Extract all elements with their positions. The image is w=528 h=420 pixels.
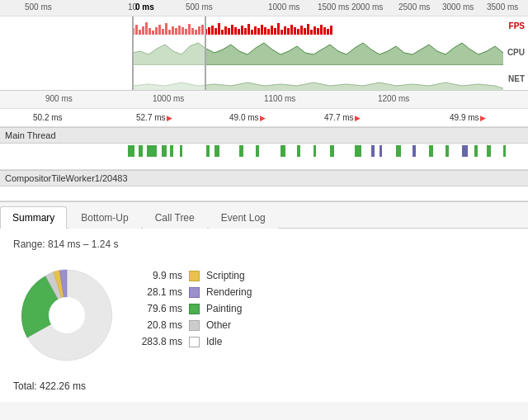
scripting-name: Scripting	[206, 270, 245, 281]
timing-marker-2: 49.0 ms ▶	[229, 113, 266, 122]
bottom-panel: Summary Bottom-Up Call Tree Event Log Ra…	[0, 201, 528, 402]
legend-row-rendering: 28.1 ms Rendering	[137, 286, 515, 298]
scripting-value: 9.9 ms	[137, 270, 182, 281]
track-bar	[162, 145, 167, 157]
legend-row-scripting: 9.9 ms Scripting	[137, 270, 515, 281]
timing-arrow-1: ▶	[167, 114, 172, 122]
track-bar	[474, 145, 478, 157]
track-bar	[297, 145, 300, 157]
timing-arrow-2: ▶	[260, 114, 266, 122]
idle-name: Idle	[206, 336, 222, 347]
painting-swatch	[189, 304, 200, 314]
painting-name: Painting	[206, 303, 242, 314]
track-bar	[180, 145, 182, 157]
track-bar	[330, 145, 334, 157]
timing-marker-0: 50.2 ms	[33, 113, 63, 122]
compositor-track	[0, 186, 528, 201]
track-bar	[314, 145, 316, 157]
track-bar	[487, 145, 491, 157]
fps-cpu-area: FPS CPU NET	[0, 17, 528, 91]
track-bar	[147, 145, 157, 157]
other-name: Other	[206, 319, 231, 331]
ruler-label-7: 2500 ms	[398, 2, 430, 12]
idle-swatch	[189, 337, 200, 347]
rendering-value: 28.1 ms	[137, 286, 182, 298]
track-bar	[355, 145, 361, 157]
track-bar	[256, 145, 259, 157]
timing-arrow-3: ▶	[355, 114, 361, 122]
legend-row-painting: 79.6 ms Painting	[137, 303, 515, 314]
summary-content: Range: 814 ms – 1.24 s	[0, 229, 528, 402]
main-thread-section: Main Thread	[0, 127, 528, 170]
rendering-name: Rendering	[206, 286, 252, 298]
compositor-section: CompositorTileWorker1/20483	[0, 170, 528, 201]
tab-call-tree[interactable]: Call Tree	[143, 206, 207, 229]
ruler-label-0: 500 ms	[25, 2, 52, 12]
range-label: Range: 814 ms – 1.24 s	[13, 238, 515, 250]
ruler-label-2: 0 ms	[135, 2, 154, 12]
ruler-label-5: 1500 ms	[318, 2, 349, 12]
tab-summary[interactable]: Summary	[0, 206, 67, 229]
track-bar	[139, 145, 143, 157]
timing-marker-3: 47.7 ms ▶	[324, 113, 361, 122]
other-swatch	[189, 320, 200, 331]
ruler2-label-3: 1200 ms	[378, 94, 409, 103]
ruler2-label-2: 1100 ms	[264, 94, 295, 103]
compositor-header: CompositorTileWorker1/20483	[0, 170, 528, 186]
track-bar	[128, 145, 134, 157]
ruler-label-6: 2000 ms	[351, 2, 383, 12]
ruler2-label-0: 900 ms	[45, 94, 73, 103]
track-bar	[462, 145, 468, 157]
timeline-ruler-top: 500 ms 10 0 ms 500 ms 1000 ms 1500 ms 20…	[0, 0, 528, 17]
net-label: NET	[508, 74, 525, 83]
track-bar	[206, 145, 210, 157]
main-thread-track	[0, 144, 528, 170]
track-bar	[170, 145, 173, 157]
ruler-label-4: 1000 ms	[268, 2, 299, 12]
timing-marker-4: 49.9 ms ▶	[450, 113, 486, 122]
main-thread-header: Main Thread	[0, 127, 528, 144]
track-bar	[371, 145, 375, 157]
track-bar	[239, 145, 243, 157]
pie-chart	[13, 262, 120, 369]
track-bar	[429, 145, 433, 157]
scripting-swatch	[189, 271, 200, 281]
track-bar	[446, 145, 449, 157]
idle-value: 283.8 ms	[137, 336, 182, 347]
tab-event-log[interactable]: Event Log	[209, 206, 278, 229]
total-row: Total: 422.26 ms	[13, 380, 515, 392]
timing-marker-1: 52.7 ms ▶	[136, 113, 172, 122]
timeline-ruler-2: 900 ms 1000 ms 1100 ms 1200 ms	[0, 91, 528, 109]
svg-point-2	[49, 297, 85, 333]
track-bar	[380, 145, 382, 157]
timeline-area: 500 ms 10 0 ms 500 ms 1000 ms 1500 ms 20…	[0, 0, 528, 91]
fps-label: FPS	[509, 21, 525, 31]
legend-row-other: 20.8 ms Other	[137, 319, 515, 331]
track-bar	[503, 145, 506, 157]
ruler-label-9: 3500 ms	[487, 2, 518, 12]
track-bar	[280, 145, 285, 157]
summary-body: 9.9 ms Scripting 28.1 ms Rendering 79.6 …	[13, 262, 515, 369]
legend-row-idle: 283.8 ms Idle	[137, 336, 515, 347]
track-bar	[412, 145, 416, 157]
rendering-swatch	[189, 287, 200, 298]
ruler-label-3: 500 ms	[186, 2, 213, 12]
ruler-label-8: 3000 ms	[442, 2, 474, 12]
painting-value: 79.6 ms	[137, 303, 182, 314]
track-bar	[214, 145, 219, 157]
tab-bottom-up[interactable]: Bottom-Up	[68, 206, 140, 229]
other-value: 20.8 ms	[137, 319, 182, 331]
timing-row: 50.2 ms 52.7 ms ▶ 49.0 ms ▶ 47.7 ms ▶ 49…	[0, 109, 528, 127]
timing-arrow-4: ▶	[480, 114, 486, 122]
ruler2-label-1: 1000 ms	[153, 94, 184, 103]
track-bar	[396, 145, 401, 157]
selection-overlay	[132, 17, 206, 91]
tab-bar: Summary Bottom-Up Call Tree Event Log	[0, 202, 528, 229]
legend: 9.9 ms Scripting 28.1 ms Rendering 79.6 …	[137, 262, 515, 347]
cpu-label: CPU	[507, 48, 525, 57]
